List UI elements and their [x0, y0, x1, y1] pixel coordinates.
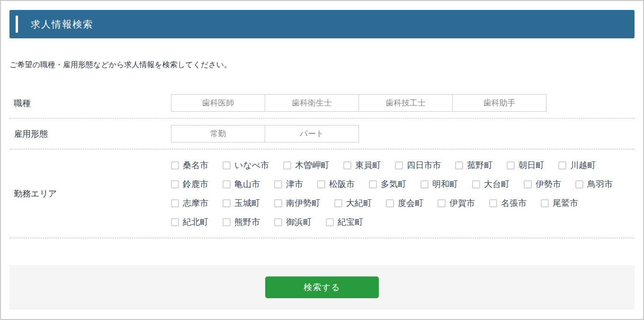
area-option-明和町[interactable]: 明和町 — [420, 178, 458, 190]
area-checkbox-東員町[interactable] — [343, 161, 351, 169]
area-checkbox-朝日町[interactable] — [507, 161, 515, 169]
area-checkbox-川越町[interactable] — [558, 161, 566, 169]
search-button[interactable]: 検索する — [265, 276, 379, 298]
area-checkbox-明和町[interactable] — [420, 180, 429, 188]
area-option-津市[interactable]: 津市 — [274, 178, 303, 190]
area-option-紀宝町[interactable]: 紀宝町 — [326, 216, 363, 228]
area-option-熊野市[interactable]: 熊野市 — [223, 216, 260, 228]
area-checkbox-label: 四日市市 — [407, 160, 441, 171]
area-checkbox-御浜町[interactable] — [274, 218, 282, 226]
job-type-label: 職種 — [9, 98, 171, 109]
area-option-四日市市[interactable]: 四日市市 — [395, 160, 441, 171]
area-option-鈴鹿市[interactable]: 鈴鹿市 — [171, 178, 208, 190]
area-checkbox-度会町[interactable] — [386, 199, 394, 207]
area-checkbox-南伊勢町[interactable] — [274, 199, 282, 207]
employment-type-label: 雇用形態 — [9, 128, 171, 140]
area-checkbox-松阪市[interactable] — [317, 180, 325, 188]
job-type-button-group: 歯科医師歯科衛生士歯科技工士歯科助手 — [171, 94, 546, 112]
area-option-南伊勢町[interactable]: 南伊勢町 — [274, 197, 320, 209]
area-option-度会町[interactable]: 度会町 — [386, 197, 423, 209]
work-area-line-4: 紀北町熊野市御浜町紀宝町 — [171, 213, 613, 231]
area-option-伊賀市[interactable]: 伊賀市 — [438, 197, 475, 209]
area-checkbox-label: 御浜町 — [286, 216, 312, 228]
work-area-line-1: 桑名市いなべ市木曽岬町東員町四日市市菰野町朝日町川越町 — [171, 156, 613, 175]
area-option-紀北町[interactable]: 紀北町 — [171, 216, 208, 228]
work-area-checkbox-list: 桑名市いなべ市木曽岬町東員町四日市市菰野町朝日町川越町鈴鹿市亀山市津市松阪市多気… — [171, 156, 613, 231]
area-checkbox-label: 桑名市 — [183, 160, 208, 171]
area-checkbox-label: 川越町 — [570, 160, 596, 171]
area-option-朝日町[interactable]: 朝日町 — [507, 160, 544, 171]
area-option-桑名市[interactable]: 桑名市 — [171, 160, 208, 171]
area-option-多気町[interactable]: 多気町 — [369, 178, 406, 190]
job-type-option-3[interactable]: 歯科技工士 — [358, 94, 453, 112]
employment-type-option-1[interactable]: 常勤 — [171, 125, 265, 142]
page-header: 求人情報検索 — [9, 10, 635, 38]
area-checkbox-label: 津市 — [286, 178, 303, 190]
area-checkbox-label: 多気町 — [381, 178, 406, 190]
job-type-option-2[interactable]: 歯科衛生士 — [265, 94, 359, 112]
area-checkbox-紀宝町[interactable] — [326, 218, 334, 226]
area-checkbox-label: 尾鷲市 — [553, 197, 578, 209]
area-checkbox-熊野市[interactable] — [223, 218, 231, 226]
area-checkbox-菰野町[interactable] — [455, 161, 463, 169]
area-checkbox-名張市[interactable] — [489, 199, 497, 207]
job-type-row: 職種 歯科医師歯科衛生士歯科技工士歯科助手 — [9, 88, 635, 119]
area-checkbox-木曽岬町[interactable] — [283, 161, 291, 169]
area-option-松阪市[interactable]: 松阪市 — [317, 178, 355, 190]
area-checkbox-label: 亀山市 — [234, 178, 260, 190]
area-option-木曽岬町[interactable]: 木曽岬町 — [283, 160, 329, 171]
job-type-option-4[interactable]: 歯科助手 — [452, 94, 546, 112]
area-checkbox-亀山市[interactable] — [223, 180, 231, 188]
area-option-伊勢市[interactable]: 伊勢市 — [524, 178, 561, 190]
area-option-鳥羽市[interactable]: 鳥羽市 — [575, 178, 613, 190]
area-option-玉城町[interactable]: 玉城町 — [223, 197, 260, 209]
area-checkbox-鳥羽市[interactable] — [575, 180, 583, 188]
area-option-東員町[interactable]: 東員町 — [343, 160, 381, 171]
area-checkbox-label: 大紀町 — [346, 197, 372, 209]
area-option-いなべ市[interactable]: いなべ市 — [223, 160, 269, 171]
area-checkbox-label: 名張市 — [501, 197, 527, 209]
area-checkbox-label: 明和町 — [432, 178, 458, 190]
area-checkbox-label: 鳥羽市 — [587, 178, 613, 190]
area-checkbox-尾鷲市[interactable] — [541, 199, 549, 207]
area-option-川越町[interactable]: 川越町 — [558, 160, 596, 171]
area-option-大紀町[interactable]: 大紀町 — [334, 197, 372, 209]
area-checkbox-label: 熊野市 — [234, 216, 260, 228]
area-checkbox-label: 伊勢市 — [536, 178, 561, 190]
area-checkbox-label: 度会町 — [398, 197, 423, 209]
area-checkbox-四日市市[interactable] — [395, 161, 403, 169]
area-checkbox-label: 紀北町 — [183, 216, 208, 228]
area-checkbox-紀北町[interactable] — [171, 218, 179, 226]
area-checkbox-鈴鹿市[interactable] — [171, 180, 179, 188]
area-checkbox-伊勢市[interactable] — [524, 180, 532, 188]
area-checkbox-label: 大台町 — [484, 178, 510, 190]
employment-type-row: 雇用形態 常勤パート — [9, 119, 635, 150]
area-option-名張市[interactable]: 名張市 — [489, 197, 527, 209]
area-checkbox-label: 伊賀市 — [449, 197, 475, 209]
area-checkbox-桑名市[interactable] — [171, 161, 179, 169]
area-checkbox-多気町[interactable] — [369, 180, 377, 188]
job-type-option-1[interactable]: 歯科医師 — [171, 94, 265, 112]
area-checkbox-玉城町[interactable] — [223, 199, 231, 207]
area-checkbox-大紀町[interactable] — [334, 199, 342, 207]
area-option-大台町[interactable]: 大台町 — [472, 178, 510, 190]
area-checkbox-label: 朝日町 — [519, 160, 544, 171]
area-checkbox-伊賀市[interactable] — [438, 199, 446, 207]
area-checkbox-大台町[interactable] — [472, 180, 480, 188]
page-title: 求人情報検索 — [31, 18, 93, 31]
area-checkbox-志摩市[interactable] — [171, 199, 179, 207]
area-checkbox-津市[interactable] — [274, 180, 282, 188]
work-area-row: 勤務エリア 桑名市いなべ市木曽岬町東員町四日市市菰野町朝日町川越町鈴鹿市亀山市津… — [9, 150, 635, 239]
work-area-line-3: 志摩市玉城町南伊勢町大紀町度会町伊賀市名張市尾鷲市 — [171, 194, 613, 213]
area-checkbox-label: 玉城町 — [234, 197, 260, 209]
area-option-尾鷲市[interactable]: 尾鷲市 — [541, 197, 578, 209]
work-area-line-2: 鈴鹿市亀山市津市松阪市多気町明和町大台町伊勢市鳥羽市 — [171, 175, 613, 194]
area-option-御浜町[interactable]: 御浜町 — [274, 216, 312, 228]
work-area-label: 勤務エリア — [9, 188, 171, 199]
employment-type-option-2[interactable]: パート — [265, 125, 359, 142]
area-checkbox-いなべ市[interactable] — [223, 161, 231, 169]
area-option-菰野町[interactable]: 菰野町 — [455, 160, 492, 171]
title-accent-bar — [16, 16, 18, 33]
area-option-志摩市[interactable]: 志摩市 — [171, 197, 208, 209]
area-option-亀山市[interactable]: 亀山市 — [223, 178, 260, 190]
